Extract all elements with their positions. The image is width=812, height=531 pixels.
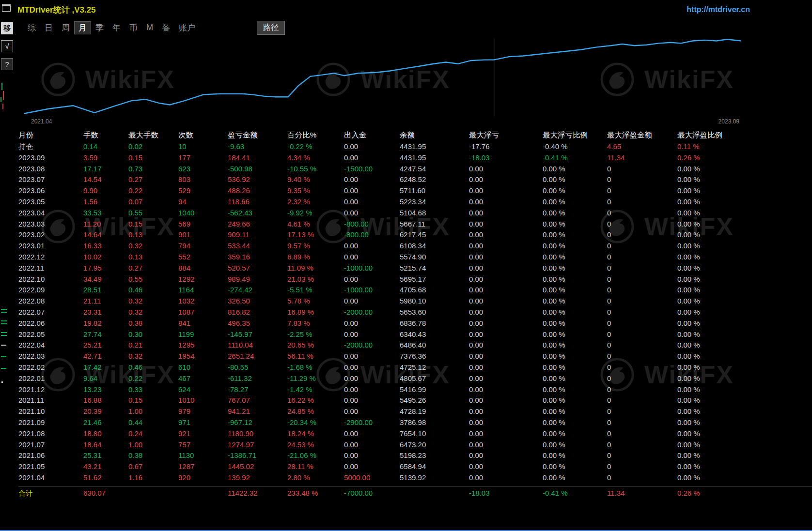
cell: 14.64 <box>83 229 128 241</box>
menu-tab-0[interactable]: 综 <box>23 21 40 34</box>
menu-tab-8[interactable]: 备 <box>157 21 174 34</box>
check-tool-button[interactable]: √ <box>1 40 13 52</box>
table-row[interactable]: 2021.0921.460.44971-967.12-20.34 %-2900.… <box>18 417 812 428</box>
cell: 0.14 <box>83 141 128 152</box>
table-row[interactable]: 2022.0619.820.38841496.357.83 %0.006836.… <box>18 318 812 329</box>
table-row[interactable]: 2023.051.560.0794118.662.32 %0.005223.34… <box>18 197 812 208</box>
cell: 5574.90 <box>400 252 469 263</box>
menu-tab-7[interactable]: M <box>142 22 157 33</box>
cell: -21.06 % <box>287 450 344 461</box>
cell: 6836.78 <box>400 318 469 329</box>
menu-tab-6[interactable]: 币 <box>125 21 142 34</box>
cell: 9.64 <box>83 373 128 384</box>
cell: 0.00 % <box>677 461 812 472</box>
cell: 0.00 % <box>543 185 607 197</box>
menu-tab-4[interactable]: 季 <box>91 21 108 34</box>
cell: -0.22 % <box>287 141 344 152</box>
table-row[interactable]: 2023.0214.640.13901909.1117.13 %-800.006… <box>18 229 812 241</box>
table-row[interactable]: 2021.0625.310.381130-1386.71-21.06 %0.00… <box>18 450 812 461</box>
table-row[interactable]: 2022.0821.110.321032326.505.78 %0.005980… <box>18 296 812 307</box>
cell: 5223.34 <box>400 197 469 208</box>
cell: 2021.11 <box>18 395 83 406</box>
cell: 0.32 <box>128 307 178 318</box>
table-row[interactable]: 2022.0425.210.2112951110.0420.65 %-2000.… <box>18 340 812 351</box>
table-row[interactable]: 2023.0817.170.73623-500.98-10.55 %-1500.… <box>18 164 812 175</box>
table-row[interactable]: 2021.1020.391.00979941.2124.85 %0.004728… <box>18 406 812 417</box>
cell: 0.38 <box>128 450 178 461</box>
table-row[interactable]: 2023.0311.200.15569249.664.61 %-800.0056… <box>18 219 812 230</box>
cell: 5104.68 <box>400 208 469 219</box>
table-row[interactable]: 2021.0718.641.007571274.9724.53 %0.00647… <box>18 440 812 451</box>
cell: 2022.12 <box>18 252 83 263</box>
cell: 0.00 <box>344 208 400 219</box>
cell: 0 <box>607 252 677 263</box>
menu-tab-3[interactable]: 月 <box>74 21 91 34</box>
equity-curve-line <box>24 38 741 117</box>
table-row[interactable]: 2023.093.590.15177184.414.34 %0.004431.9… <box>18 152 812 164</box>
cell: 2022.03 <box>18 351 83 362</box>
tick-mark <box>1 83 2 90</box>
cell: 4431.95 <box>400 152 469 164</box>
table-row[interactable]: 2023.0714.540.27803536.929.40 %0.006248.… <box>18 174 812 185</box>
table-row[interactable]: 2022.0217.420.46610-80.55-1.68 %0.004725… <box>18 362 812 373</box>
cell: 1287 <box>178 461 228 472</box>
cell: 94 <box>178 197 228 208</box>
menu-tab-5[interactable]: 年 <box>108 21 125 34</box>
table-row[interactable]: 2022.0527.740.301199-145.97-2.25 %0.0063… <box>18 329 812 340</box>
help-tool-button[interactable]: ? <box>1 58 13 70</box>
table-row[interactable]: 2022.1034.490.551292989.4921.03 %0.00569… <box>18 274 812 285</box>
x-axis-end-label: 2023.09 <box>718 118 739 125</box>
cell: 0 <box>607 450 677 461</box>
tick-mark <box>1 309 7 313</box>
table-row[interactable]: 2021.0818.800.249211180.9018.24 %0.00765… <box>18 428 812 440</box>
restore-window-icon[interactable] <box>2 4 11 12</box>
table-row[interactable]: 2021.0543.210.6712871445.0228.11 %0.0065… <box>18 461 812 472</box>
cell: 0.00 % <box>677 263 812 274</box>
cell: -9.63 <box>228 141 287 152</box>
table-row[interactable]: 2023.0116.330.32794533.449.57 %0.006108.… <box>18 241 812 252</box>
menu-tab-1[interactable]: 日 <box>40 21 57 34</box>
table-row[interactable]: 2022.0928.510.461164-274.42-5.51 %-1000.… <box>18 285 812 296</box>
cell: 0.00 <box>344 274 400 285</box>
column-header: 次数 <box>178 129 228 141</box>
table-row[interactable]: 2022.0342.710.3219542651.2456.11 %0.0073… <box>18 351 812 362</box>
cell: 0.00 % <box>543 417 607 428</box>
cell: 1.00 <box>128 406 178 417</box>
move-tool-button[interactable]: 移 <box>1 22 13 34</box>
table-row[interactable]: 2022.0723.310.321087816.8216.89 %-2000.0… <box>18 307 812 318</box>
menu-tab-2[interactable]: 周 <box>57 21 74 34</box>
path-button[interactable]: 路径 <box>257 21 285 35</box>
cell: 0.00 <box>469 252 543 263</box>
table-row[interactable]: 2023.0433.530.551040-562.43-9.92 %0.0051… <box>18 208 812 219</box>
cell: 0.00 <box>344 174 400 185</box>
menu-tab-9[interactable]: 账户 <box>174 21 200 34</box>
table-row[interactable]: 2021.1213.230.33624-78.27-1.42 %0.005416… <box>18 384 812 395</box>
table-row[interactable]: 持仓0.140.0210-9.63-0.22 %0.004431.95-17.7… <box>18 141 812 152</box>
cell: 4247.54 <box>400 164 469 175</box>
column-header: 手数 <box>83 129 128 141</box>
table-row[interactable]: 2022.019.640.22467-611.32-11.29 %0.00480… <box>18 373 812 384</box>
cell: 0.32 <box>128 241 178 252</box>
table-row[interactable]: 2021.0451.621.16920139.922.80 %5000.0051… <box>18 472 812 484</box>
cell: 1164 <box>178 285 228 296</box>
cell: 0.00 % <box>543 373 607 384</box>
cell: 0 <box>607 318 677 329</box>
website-link[interactable]: http://mtdriver.cn <box>687 5 750 14</box>
cell: -611.32 <box>228 373 287 384</box>
cell: 0.46 <box>128 285 178 296</box>
cell: 0.00 <box>344 241 400 252</box>
cell: 979 <box>178 406 228 417</box>
table-row[interactable]: 2022.1210.020.13552359.166.89 %0.005574.… <box>18 252 812 263</box>
cell: 2023.09 <box>18 152 83 164</box>
table-row[interactable]: 2023.069.900.22529488.269.35 %0.005711.6… <box>18 185 812 197</box>
cell: 624 <box>178 384 228 395</box>
cell: 0 <box>607 219 677 230</box>
table-row[interactable]: 2022.1117.950.27884520.5711.09 %-1000.00… <box>18 263 812 274</box>
cell: 0.00 % <box>543 472 607 484</box>
cell: 1445.02 <box>228 461 287 472</box>
cell: 767.07 <box>228 395 287 406</box>
table-row[interactable]: 2021.1116.880.151010767.0716.22 %0.00549… <box>18 395 812 406</box>
tick-mark <box>2 104 3 109</box>
cell: -274.42 <box>228 285 287 296</box>
cell: -78.27 <box>228 384 287 395</box>
